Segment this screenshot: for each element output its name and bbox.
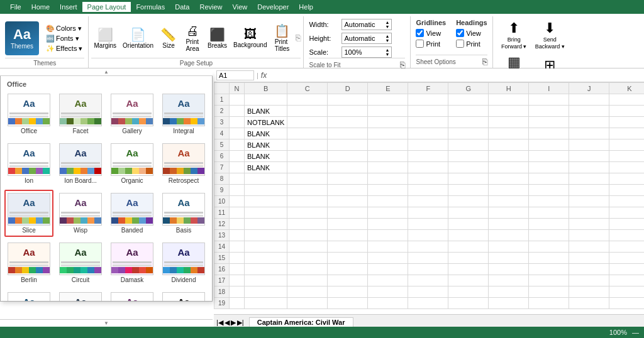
theme-item-droplet[interactable]: AaDroplet <box>4 289 53 302</box>
theme-item-wisp[interactable]: AaWisp <box>56 190 105 237</box>
row-header-2[interactable]: 2 <box>214 106 230 117</box>
cell-I-3[interactable] <box>529 117 569 128</box>
tab-first-button[interactable]: |◀ <box>216 319 223 327</box>
theme-item-facet[interactable]: AaFacet <box>56 90 105 138</box>
cell-D-7[interactable] <box>328 162 368 173</box>
cell-J-10[interactable] <box>569 196 609 207</box>
cell-D-11[interactable] <box>328 207 368 219</box>
cell-I-4[interactable] <box>529 128 569 139</box>
cell-C-2[interactable] <box>287 106 328 117</box>
margins-button[interactable]: ⬜ Margins <box>91 26 119 50</box>
col-header-B[interactable]: B <box>245 83 287 94</box>
cell-D-2[interactable] <box>328 106 368 117</box>
height-input[interactable]: Automatic ▲▼ <box>341 33 392 44</box>
theme-item-gallery[interactable]: AaGallery <box>108 90 157 138</box>
cell-C-10[interactable] <box>287 196 328 207</box>
cell-B-3[interactable]: NOTBLANK <box>245 117 287 128</box>
cell-B-10[interactable] <box>245 196 287 207</box>
theme-item-organic[interactable]: AaOrganic <box>108 140 157 187</box>
cell-E-10[interactable] <box>368 196 408 207</box>
menu-help[interactable]: Help <box>294 2 318 12</box>
cell-F-10[interactable] <box>408 196 448 207</box>
breaks-button[interactable]: ⬛ Breaks <box>205 26 230 50</box>
cell-G-17[interactable] <box>448 275 489 286</box>
cell-I-12[interactable] <box>529 219 569 230</box>
cell-N-13[interactable] <box>230 230 245 241</box>
cell-I-19[interactable] <box>529 298 569 309</box>
cell-F-7[interactable] <box>408 162 448 173</box>
cell-I-6[interactable] <box>529 151 569 162</box>
cell-G-5[interactable] <box>448 139 489 151</box>
cell-N-6[interactable] <box>230 151 245 162</box>
row-header-16[interactable]: 16 <box>214 264 230 275</box>
cell-G-9[interactable] <box>448 185 489 196</box>
cell-E-7[interactable] <box>368 162 408 173</box>
print-titles-button[interactable]: 📋 PrintTitles <box>270 22 293 53</box>
cell-G-15[interactable] <box>448 253 489 264</box>
tab-prev-button[interactable]: ◀ <box>225 319 230 327</box>
cell-H-15[interactable] <box>489 253 529 264</box>
cell-E-11[interactable] <box>368 207 408 219</box>
row-header-17[interactable]: 17 <box>214 275 230 286</box>
cell-J-14[interactable] <box>569 241 609 253</box>
row-header-10[interactable]: 10 <box>214 196 230 207</box>
page-setup-expand-icon[interactable]: ⎘ <box>296 33 301 43</box>
menu-view[interactable]: View <box>228 2 253 12</box>
cell-E-2[interactable] <box>368 106 408 117</box>
cell-D-18[interactable] <box>328 286 368 298</box>
menu-developer[interactable]: Developer <box>252 2 294 12</box>
cell-E-8[interactable] <box>368 173 408 185</box>
cell-D-6[interactable] <box>328 151 368 162</box>
cell-C-14[interactable] <box>287 241 328 253</box>
cell-E-6[interactable] <box>368 151 408 162</box>
cell-J-6[interactable] <box>569 151 609 162</box>
cell-C-17[interactable] <box>287 275 328 286</box>
panel-scroll-down[interactable]: ▼ <box>0 319 213 327</box>
cell-B-2[interactable]: BLANK <box>245 106 287 117</box>
cell-N-9[interactable] <box>230 185 245 196</box>
cell-F-1[interactable] <box>408 94 448 106</box>
cell-C-4[interactable] <box>287 128 328 139</box>
col-header-D[interactable]: D <box>328 83 368 94</box>
cell-C-6[interactable] <box>287 151 328 162</box>
cell-G-6[interactable] <box>448 151 489 162</box>
cell-B-7[interactable]: BLANK <box>245 162 287 173</box>
cell-J-7[interactable] <box>569 162 609 173</box>
cell-D-14[interactable] <box>328 241 368 253</box>
cell-F-8[interactable] <box>408 173 448 185</box>
cell-E-9[interactable] <box>368 185 408 196</box>
cell-K-1[interactable] <box>609 94 644 106</box>
cell-F-5[interactable] <box>408 139 448 151</box>
cell-N-11[interactable] <box>230 207 245 219</box>
cell-D-5[interactable] <box>328 139 368 151</box>
cell-E-3[interactable] <box>368 117 408 128</box>
menu-formulas[interactable]: Formulas <box>131 2 170 12</box>
cell-N-5[interactable] <box>230 139 245 151</box>
cell-K-5[interactable] <box>609 139 644 151</box>
cell-K-6[interactable] <box>609 151 644 162</box>
colors-button[interactable]: 🎨 Colors ▾ <box>44 24 84 33</box>
cell-F-16[interactable] <box>408 264 448 275</box>
cell-B-4[interactable]: BLANK <box>245 128 287 139</box>
cell-H-2[interactable] <box>489 106 529 117</box>
col-header-E[interactable]: E <box>368 83 408 94</box>
cell-C-19[interactable] <box>287 298 328 309</box>
cell-N-10[interactable] <box>230 196 245 207</box>
cell-I-14[interactable] <box>529 241 569 253</box>
theme-item-retrospect[interactable]: AaRetrospect <box>159 140 208 187</box>
cell-H-7[interactable] <box>489 162 529 173</box>
cell-C-3[interactable] <box>287 117 328 128</box>
send-backward-button[interactable]: ⬇ SendBackward ▾ <box>533 19 567 52</box>
cell-D-1[interactable] <box>328 94 368 106</box>
cell-J-17[interactable] <box>569 275 609 286</box>
cell-C-7[interactable] <box>287 162 328 173</box>
col-header-J[interactable]: J <box>569 83 609 94</box>
cell-B-5[interactable]: BLANK <box>245 139 287 151</box>
menu-file[interactable]: File <box>5 2 26 12</box>
cell-F-14[interactable] <box>408 241 448 253</box>
cell-G-8[interactable] <box>448 173 489 185</box>
cell-J-13[interactable] <box>569 230 609 241</box>
cell-J-2[interactable] <box>569 106 609 117</box>
cell-F-3[interactable] <box>408 117 448 128</box>
row-header-5[interactable]: 5 <box>214 139 230 151</box>
